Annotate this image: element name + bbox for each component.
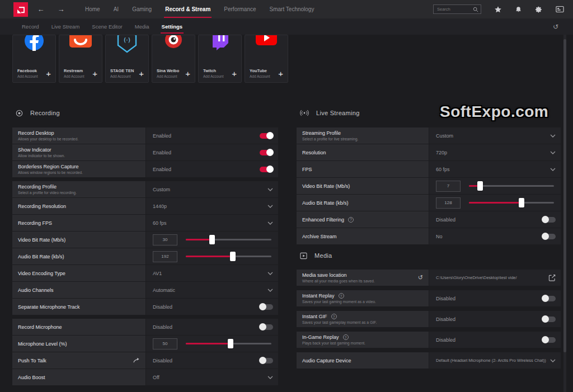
subnav-scene-editor[interactable]: Scene Editor bbox=[86, 18, 128, 35]
facebook-logo-icon bbox=[15, 35, 53, 58]
nav-record-stream[interactable]: Record & Stream bbox=[158, 0, 217, 18]
stream-audio-bitrate-input[interactable]: 128 bbox=[436, 197, 461, 209]
audio-capture-device-dropdown[interactable]: Default (Headset Microphone (2- Arctis P… bbox=[429, 352, 561, 369]
setting-row-recording-resolution: Recording Resolution 1440p bbox=[12, 198, 278, 214]
account-tile-twitch[interactable]: Twitch Add Account + bbox=[198, 35, 242, 83]
audio-boost-dropdown[interactable]: Off bbox=[146, 369, 278, 385]
setting-row-record-desktop: Record Desktop Allows your desktop to be… bbox=[12, 127, 278, 144]
video-bitrate-input[interactable]: 30 bbox=[153, 234, 177, 245]
streaming-profile-dropdown[interactable]: Custom bbox=[429, 127, 561, 144]
setting-row-push-to-talk: Push To Talk Disabled bbox=[12, 352, 278, 369]
setting-row-audio-channels: Audio Channels Automatic bbox=[12, 282, 278, 298]
recording-profile-dropdown[interactable]: Custom bbox=[146, 181, 278, 197]
in-game-replay-toggle[interactable] bbox=[542, 337, 556, 343]
subnav-settings[interactable]: Settings bbox=[156, 18, 189, 35]
add-account-plus-icon[interactable]: + bbox=[92, 70, 97, 78]
slider-handle[interactable] bbox=[230, 252, 236, 261]
help-icon[interactable]: ? bbox=[339, 293, 344, 299]
settings-gear-icon[interactable] bbox=[535, 6, 543, 13]
subnav-record[interactable]: Record bbox=[16, 18, 45, 35]
push-to-talk-toggle[interactable] bbox=[260, 358, 273, 363]
slider-handle[interactable] bbox=[519, 198, 524, 207]
help-icon[interactable]: ? bbox=[331, 314, 337, 319]
enhanced-filtering-toggle[interactable] bbox=[542, 217, 556, 223]
favorites-star-icon[interactable] bbox=[494, 6, 502, 13]
instant-replay-toggle[interactable] bbox=[542, 296, 556, 301]
show-indicator-toggle[interactable] bbox=[260, 150, 273, 155]
overlay-panel-icon[interactable] bbox=[556, 6, 564, 13]
add-account-plus-icon[interactable]: + bbox=[139, 70, 144, 78]
subnav-media[interactable]: Media bbox=[129, 18, 156, 35]
instant-gif-toggle[interactable] bbox=[542, 317, 556, 322]
video-encoding-dropdown[interactable]: AV1 bbox=[146, 265, 278, 281]
recording-fps-dropdown[interactable]: 60 fps bbox=[146, 215, 278, 231]
slider-handle[interactable] bbox=[477, 181, 483, 191]
twitch-logo-icon bbox=[201, 35, 239, 58]
record-icon bbox=[16, 110, 23, 117]
record-desktop-toggle[interactable] bbox=[260, 133, 273, 139]
account-tile-restream[interactable]: Restream Add Account + bbox=[59, 35, 102, 83]
add-account-plus-icon[interactable]: + bbox=[232, 70, 237, 78]
help-icon[interactable]: ? bbox=[348, 217, 354, 223]
setting-row-instant-replay: Instant Replay? Saves your last gaming m… bbox=[297, 290, 561, 306]
svg-text:(·): (·) bbox=[124, 36, 130, 44]
reset-settings-icon[interactable]: ↺ bbox=[553, 23, 558, 31]
audio-bitrate-input[interactable]: 192 bbox=[153, 251, 177, 262]
nav-ai[interactable]: AI bbox=[107, 0, 125, 18]
push-to-talk-arrow-icon[interactable] bbox=[133, 357, 140, 363]
search-input[interactable] bbox=[437, 7, 473, 12]
setting-row-archive-stream: Archive Stream No bbox=[297, 228, 561, 244]
nav-smart-technology[interactable]: Smart Technology bbox=[263, 0, 321, 18]
search-icon bbox=[473, 7, 478, 12]
account-tile-youtube[interactable]: YouTube Add Account + bbox=[245, 35, 288, 83]
stream-video-bitrate-slider[interactable] bbox=[469, 185, 554, 187]
reset-path-icon[interactable]: ↺ bbox=[418, 274, 423, 281]
add-account-plus-icon[interactable]: + bbox=[185, 70, 190, 78]
nav-gaming[interactable]: Gaming bbox=[125, 0, 158, 18]
account-tile-stageten[interactable]: (·) STAGE TEN Add Account + bbox=[105, 35, 149, 83]
stream-resolution-dropdown[interactable]: 720p bbox=[429, 144, 561, 160]
setting-row-media-save-location: Media save location Where all your media… bbox=[297, 270, 561, 286]
account-tile-sina-weibo[interactable]: Sina Weibo Add Account + bbox=[152, 35, 195, 83]
audio-bitrate-slider[interactable] bbox=[186, 256, 271, 257]
top-navigation: Home AI Gaming Record & Stream Performan… bbox=[78, 0, 321, 18]
stream-fps-dropdown[interactable]: 60 fps bbox=[429, 161, 561, 177]
archive-stream-toggle[interactable] bbox=[542, 234, 556, 239]
slider-handle[interactable] bbox=[228, 339, 233, 348]
setting-row-audio-bit-rate: Audio Bit Rate (kb/s) 192 bbox=[12, 248, 278, 265]
add-account-plus-icon[interactable]: + bbox=[278, 70, 283, 78]
recording-resolution-dropdown[interactable]: 1440p bbox=[146, 198, 278, 214]
media-icon bbox=[300, 252, 307, 259]
stream-audio-bitrate-slider[interactable] bbox=[469, 202, 554, 204]
nav-performance[interactable]: Performance bbox=[217, 0, 262, 18]
scrollbar-thumb[interactable] bbox=[563, 39, 566, 352]
nav-home[interactable]: Home bbox=[78, 0, 107, 18]
audio-channels-dropdown[interactable]: Automatic bbox=[146, 282, 278, 298]
stream-video-bitrate-input[interactable]: 7 bbox=[436, 181, 461, 192]
microphone-level-slider[interactable] bbox=[186, 343, 271, 344]
subnav-live-stream[interactable]: Live Stream bbox=[45, 18, 86, 35]
slider-handle[interactable] bbox=[209, 235, 215, 244]
help-icon[interactable]: ? bbox=[343, 334, 349, 340]
chevron-down-icon bbox=[267, 376, 273, 379]
live-streaming-section: Live Streaming Streaming Profile Select … bbox=[297, 107, 561, 373]
forward-arrow-icon[interactable]: → bbox=[56, 5, 66, 13]
amd-logo-icon[interactable] bbox=[13, 2, 28, 17]
account-tile-facebook[interactable]: Facebook Add Account + bbox=[12, 35, 56, 83]
back-arrow-icon[interactable]: ← bbox=[36, 5, 46, 13]
video-bitrate-slider[interactable] bbox=[186, 239, 271, 240]
youtube-logo-icon bbox=[247, 35, 285, 58]
borderless-region-capture-toggle[interactable] bbox=[260, 167, 273, 172]
browse-folder-icon[interactable] bbox=[548, 274, 556, 281]
setting-row-streaming-profile: Streaming Profile Select a profile for l… bbox=[297, 127, 561, 144]
setting-row-stream-audio-bit-rate: Audio Bit Rate (kb/s) 128 bbox=[297, 195, 561, 211]
setting-row-borderless-region-capture: Borderless Region Capture Allows window … bbox=[12, 161, 278, 177]
microphone-level-input[interactable]: 50 bbox=[153, 338, 177, 350]
scrollbar[interactable] bbox=[563, 35, 566, 392]
notifications-bell-icon[interactable] bbox=[515, 6, 522, 13]
chevron-down-icon bbox=[550, 134, 556, 138]
add-account-plus-icon[interactable]: + bbox=[46, 70, 51, 78]
record-microphone-toggle[interactable] bbox=[260, 324, 273, 330]
separate-microphone-track-toggle[interactable] bbox=[260, 304, 273, 310]
search-box[interactable] bbox=[433, 4, 481, 14]
